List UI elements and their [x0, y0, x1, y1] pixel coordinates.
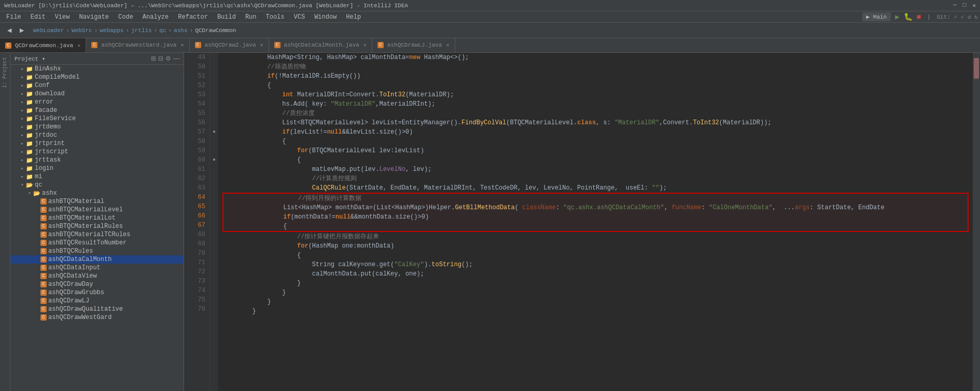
menu-navigate[interactable]: Navigate — [75, 12, 113, 22]
linenum-62: 62 — [186, 174, 205, 183]
panel-collapse-btn[interactable]: ⊟ — [158, 55, 163, 62]
tree-item-jrtdoc[interactable]: 📁 jrtdoc — [10, 131, 184, 139]
tab-label-qcdrawcommon: QCDrawCommon.java — [15, 42, 73, 49]
menu-tools[interactable]: Tools — [262, 12, 289, 22]
breadcrumb-ashx[interactable]: ashx — [174, 27, 187, 34]
tab-icon-ashqcdrawz: C — [195, 42, 201, 48]
breadcrumb-webapps[interactable]: webapps — [100, 27, 123, 34]
breadcrumb-jrtlis[interactable]: jrtlis — [131, 27, 152, 34]
menu-build[interactable]: Build — [213, 12, 240, 22]
code-editor: 49 50 51 52 53 54 55 56 57 58 59 60 61 6… — [184, 53, 980, 391]
panel-expand-btn[interactable]: ⊞ — [151, 55, 156, 62]
toolbar-run-config[interactable]: ▶ Main — [862, 12, 891, 21]
tree-item-binashx[interactable]: 📁 BinAshx — [10, 65, 184, 73]
menu-edit[interactable]: Edit — [26, 12, 50, 22]
tree-item-jrtscript[interactable]: 📁 jrtscript — [10, 148, 184, 156]
tab-label-ashqcdrawwestgard: ashQCDrawWestGard.java — [101, 42, 176, 48]
breadcrumb-file[interactable]: QCDrawCommon — [195, 27, 236, 34]
menu-refactor[interactable]: Refactor — [174, 12, 212, 22]
panel-close-btn[interactable]: — — [173, 55, 179, 62]
panel-settings-btn[interactable]: ⚙ — [165, 55, 171, 62]
tree-item-ashqcdrawday[interactable]: C ashQCDrawDay — [10, 280, 184, 288]
code-line-62: //计算质控规则 — [222, 174, 969, 183]
stop-icon[interactable]: ■ — [917, 13, 921, 21]
tree-item-ashqcdrawqualitative[interactable]: C ashQCDrawQualitative — [10, 305, 184, 313]
folder-icon-mi: 📁 — [26, 173, 33, 180]
tree-item-ashbtqcmateriallot[interactable]: C ashBTQCMaterialLot — [10, 214, 184, 222]
tab-close-ashqcdrawz[interactable]: ✕ — [260, 42, 263, 48]
tree-item-ashbtqcmateriallevel[interactable]: C ashBTQCMaterialLevel — [10, 206, 184, 214]
tree-item-compilemodel[interactable]: 📁 CompileModel — [10, 73, 184, 81]
tree-item-conf[interactable]: 📁 Conf — [10, 81, 184, 90]
tree-item-ashqcdatainput[interactable]: C ashQCDataInput — [10, 264, 184, 272]
breadcrumb-websrc[interactable]: WebSrc — [72, 27, 92, 34]
tree-item-jrtdemo[interactable]: 📁 jrtdemo — [10, 123, 184, 131]
file-icon-ashbtqcmateriallevel: C — [40, 207, 47, 213]
menu-view[interactable]: View — [51, 12, 74, 22]
file-icon-ashqcdrawgrubbs: C — [40, 289, 47, 296]
tree-item-ashbtqcresulttonumber[interactable]: C ashBTQCResultToNumber — [10, 239, 184, 247]
menu-window[interactable]: Window — [310, 12, 341, 22]
close-btn[interactable]: ✕ — [972, 2, 976, 9]
debug-icon[interactable]: 🐛 — [904, 12, 913, 21]
tree-item-login[interactable]: 📁 login — [10, 164, 184, 172]
tab-icon-qcdrawcommon: C — [5, 42, 11, 49]
menu-file[interactable]: File — [2, 12, 25, 22]
tree-label-jrttask: jrttask — [35, 156, 61, 164]
tree-item-download[interactable]: 📁 download — [10, 90, 184, 98]
tab-ashqcdrawlj[interactable]: C ashQCDrawLJ.java ✕ — [372, 38, 455, 52]
tree-item-error[interactable]: 📁 error — [10, 98, 184, 106]
tree-item-fileservice[interactable]: 📁 FileService — [10, 114, 184, 123]
tab-close-qcdrawcommon[interactable]: ✕ — [77, 42, 80, 49]
code-line-63: CalQCRule(StartDate, EndDate, MaterialDR… — [222, 183, 969, 193]
project-side-label[interactable]: 1: Project — [2, 57, 8, 88]
tree-label-jrtprint: jrtprint — [35, 140, 65, 147]
menu-help[interactable]: Help — [342, 12, 365, 22]
tree-item-ashbtqcmaterialtcrules[interactable]: C ashBTQCMaterialTCRules — [10, 230, 184, 239]
minimize-btn[interactable]: ─ — [953, 2, 957, 9]
code-line-66: if(monthData!=null&&monthData.size()>0) — [222, 212, 969, 222]
file-icon-ashqcdatainput: C — [40, 265, 47, 271]
tree-item-ashbtqcmaterial[interactable]: C ashBTQCMaterial — [10, 197, 184, 206]
linenum-52: 52 — [186, 81, 205, 90]
tree-item-ashx[interactable]: 📂 ashx — [10, 189, 184, 197]
tree-item-qc[interactable]: 📂 qc — [10, 181, 184, 189]
project-panel: Project ▾ ⊞ ⊟ ⚙ — 📁 BinAshx 📁 CompileMod… — [10, 53, 184, 391]
folder-icon-jrttask: 📁 — [26, 157, 33, 164]
tree-item-jrtprint[interactable]: 📁 jrtprint — [10, 139, 184, 148]
tree-item-mi[interactable]: 📁 mi — [10, 172, 184, 181]
code-area[interactable]: HashMap<String, HashMap> calMonthData=ne… — [218, 53, 973, 391]
tree-label-jrtscript: jrtscript — [35, 148, 68, 155]
tab-qcdrawcommon[interactable]: C QCDrawCommon.java ✕ — [0, 38, 86, 52]
breadcrumb-qc[interactable]: qc — [159, 27, 166, 34]
tab-ashqcdatacalmonth[interactable]: C ashQCDataCalMonth.java ✕ — [269, 38, 372, 52]
toolbar-back[interactable]: ◀ — [4, 26, 15, 35]
menu-vcs[interactable]: VCS — [290, 12, 310, 22]
code-line-61: matLevMap.put(lev.LevelNo, lev); — [222, 165, 969, 174]
tab-close-ashqcdatacalmonth[interactable]: ✕ — [363, 42, 367, 48]
tab-ashqcdrawz[interactable]: C ashQCDrawZ.java ✕ — [190, 38, 269, 52]
toolbar-forward[interactable]: ▶ — [17, 26, 27, 35]
folder-icon-jrtprint: 📁 — [26, 140, 33, 147]
menu-code[interactable]: Code — [114, 12, 137, 22]
menu-analyze[interactable]: Analyze — [138, 12, 173, 22]
tab-close-ashqcdrawlj[interactable]: ✕ — [446, 42, 449, 48]
menu-run[interactable]: Run — [241, 12, 261, 22]
breadcrumb-webloader[interactable]: WebLoader — [33, 27, 64, 34]
run-icon[interactable]: ▶ — [895, 12, 899, 21]
tab-close-ashqcdrawwestgard[interactable]: ✕ — [180, 42, 184, 48]
tree-item-jrttask[interactable]: 📁 jrttask — [10, 156, 184, 164]
tree-item-ashbtqcrules[interactable]: C ashBTQCRules — [10, 247, 184, 255]
folder-icon-jrtdoc: 📁 — [26, 132, 33, 139]
tree-item-ashqcdrawlj[interactable]: C ashQCDrawLJ — [10, 297, 184, 305]
file-icon-ashqcdrawlj: C — [40, 298, 47, 304]
maximize-btn[interactable]: □ — [963, 2, 967, 9]
folder-icon-ashx: 📂 — [33, 190, 40, 197]
tree-item-ashqcdrawwestgard[interactable]: C ashQCDrawWestGard — [10, 313, 184, 322]
tree-item-ashbtqcmaterialrules[interactable]: C ashBTQCMaterialRules — [10, 222, 184, 230]
tree-item-ashqcdatacalmonth[interactable]: C ashQCDataCalMonth — [10, 255, 184, 264]
tab-ashqcdrawwestgard[interactable]: C ashQCDrawWestGard.java ✕ — [86, 38, 189, 52]
tree-item-ashqcdataview[interactable]: C ashQCDataView — [10, 272, 184, 280]
tree-item-ashqcdrawgrubbs[interactable]: C ashQCDrawGrubbs — [10, 288, 184, 297]
tree-item-facade[interactable]: 📁 facade — [10, 106, 184, 114]
